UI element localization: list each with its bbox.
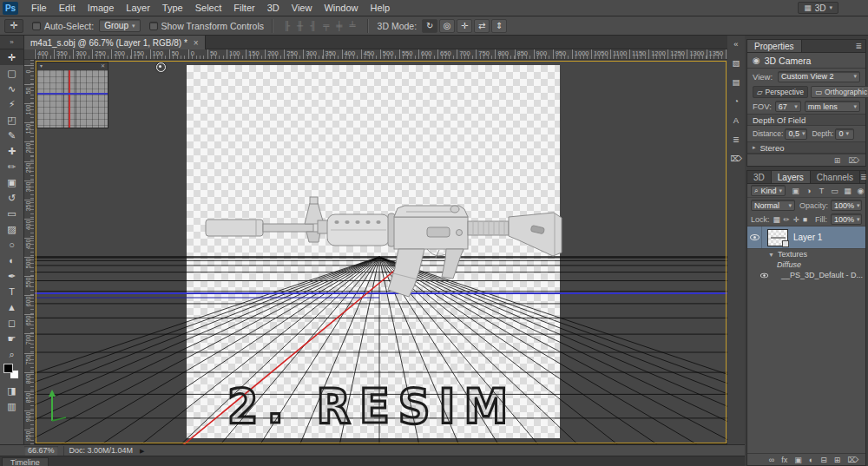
orthographic-button[interactable]: ▭ Orthographic xyxy=(811,86,868,98)
hand-tool[interactable]: ☛ xyxy=(0,331,23,346)
panel-menu-icon[interactable]: ≣ xyxy=(855,42,862,50)
gradient-tool[interactable]: ▨ xyxy=(0,221,23,237)
3d-axis-widget[interactable] xyxy=(45,388,71,426)
expand-panels-icon[interactable]: « xyxy=(729,38,743,49)
current-tool-icon[interactable]: ✛ xyxy=(4,19,23,33)
secondary-view-content[interactable] xyxy=(37,70,108,128)
tab-channels[interactable]: Channels xyxy=(811,171,860,183)
menu-item-edit[interactable]: Edit xyxy=(53,3,82,13)
menu-item-layer[interactable]: Layer xyxy=(120,3,156,13)
depth-field[interactable]: 0 ▾ xyxy=(835,128,854,140)
filtering-toggle-icon[interactable]: ◉ xyxy=(855,187,866,195)
screen-mode-button[interactable]: ▥ xyxy=(0,398,23,414)
filter-pixel-layers-icon[interactable]: ▣ xyxy=(790,187,801,195)
adjustment-layer-icon[interactable]: ◐ xyxy=(809,456,813,464)
align-left-icon[interactable]: ╟ xyxy=(280,21,293,30)
lock-position-icon[interactable]: ✛ xyxy=(793,215,799,224)
delete-layer-icon[interactable]: ⌦ xyxy=(847,456,858,464)
tab-layers[interactable]: Layers xyxy=(772,171,811,183)
lock-all-icon[interactable]: ■ xyxy=(803,215,807,224)
filter-smart-objects-icon[interactable]: ▦ xyxy=(842,187,853,195)
clone-stamp-tool[interactable]: ▣ xyxy=(0,174,23,190)
stereo-section[interactable]: ▸ Stereo xyxy=(747,141,865,154)
status-options-arrow-icon[interactable]: ▶ xyxy=(140,446,144,456)
brush-tool[interactable]: ✏ xyxy=(0,159,23,174)
lock-pixels-icon[interactable]: ✏ xyxy=(784,215,790,224)
blur-tool[interactable]: ○ xyxy=(0,237,23,253)
menu-item-image[interactable]: Image xyxy=(82,3,121,13)
fill-field[interactable]: 100% ▾ xyxy=(831,213,862,225)
filter-type-layers-icon[interactable]: T xyxy=(816,187,827,195)
zoom-level-field[interactable]: 66.67% xyxy=(24,446,58,456)
shape-tool[interactable]: ◻ xyxy=(0,315,23,331)
close-tab-icon[interactable]: × xyxy=(194,38,199,48)
fov-field[interactable]: 67 ▾ xyxy=(775,101,801,112)
menu-item-type[interactable]: Type xyxy=(156,3,189,13)
link-layers-icon[interactable]: ∞ xyxy=(769,456,774,464)
secondary-view-window[interactable]: ▾ ✕ xyxy=(36,62,108,128)
menu-item-view[interactable]: View xyxy=(286,3,319,13)
menu-item-select[interactable]: Select xyxy=(189,3,228,13)
workspace-switcher[interactable]: ▦ 3D ▾ xyxy=(798,2,838,14)
delete-icon[interactable]: ⌦ xyxy=(848,156,859,165)
lock-transparent-icon[interactable]: ▦ xyxy=(773,215,780,224)
quick-selection-tool[interactable]: ⚡ xyxy=(0,96,23,112)
crop-tool[interactable]: ◰ xyxy=(0,112,23,128)
paragraph-panel-icon[interactable]: ≣ xyxy=(729,134,743,145)
visibility-toggle[interactable] xyxy=(747,226,762,248)
align-right-icon[interactable]: ╢ xyxy=(306,21,319,30)
color-swatches[interactable] xyxy=(0,362,23,383)
align-bottom-icon[interactable]: ╧ xyxy=(345,21,358,30)
panel-menu-icon[interactable]: ≣ xyxy=(860,173,867,181)
roll-3d-icon[interactable]: ◎ xyxy=(439,19,455,33)
secondary-view-titlebar[interactable]: ▾ ✕ xyxy=(37,62,108,70)
properties-tab[interactable]: Properties xyxy=(747,40,802,52)
align-top-icon[interactable]: ╤ xyxy=(319,21,332,30)
new-layer-icon[interactable]: ⊞ xyxy=(834,456,841,464)
menu-item-window[interactable]: Window xyxy=(318,3,364,13)
auto-select-checkbox[interactable]: Auto-Select: xyxy=(32,21,94,31)
eye-icon[interactable] xyxy=(760,272,768,278)
close-icon[interactable]: ✕ xyxy=(101,62,105,70)
info-panel-icon[interactable]: ◔ xyxy=(729,95,743,107)
delete-panel-icon[interactable]: ⌦ xyxy=(729,153,743,164)
canvas-viewport[interactable]: 2. RESIM ▾ ✕ xyxy=(35,60,727,444)
collapse-tools-icon[interactable]: » xyxy=(0,36,23,49)
timeline-tab[interactable]: Timeline xyxy=(2,457,49,466)
distance-field[interactable]: 0,5 ▾ xyxy=(785,128,807,140)
align-middle-icon[interactable]: ╪ xyxy=(332,21,345,30)
blend-mode-dropdown[interactable]: Normal ▾ xyxy=(751,200,795,211)
lasso-tool[interactable]: ∿ xyxy=(0,81,23,96)
align-center-icon[interactable]: ╫ xyxy=(293,21,306,30)
pen-tool[interactable]: ✒ xyxy=(0,268,23,284)
perspective-button[interactable]: ▱ Perspective xyxy=(753,86,808,98)
character-panel-icon[interactable]: A xyxy=(729,115,743,126)
eyedropper-tool[interactable]: ✎ xyxy=(0,128,23,143)
quick-mask-button[interactable]: ◨ xyxy=(0,383,23,398)
orbit-3d-icon[interactable]: ↻ xyxy=(422,19,437,33)
lens-dropdown[interactable]: mm lens ▾ xyxy=(805,101,860,112)
menu-item-filter[interactable]: Filter xyxy=(227,3,260,13)
texture-group-row[interactable]: ▼Textures xyxy=(747,249,865,259)
disclosure-triangle-icon[interactable]: ▼ xyxy=(768,252,774,258)
foreground-color-swatch[interactable] xyxy=(3,364,13,373)
camera-pivot-icon[interactable] xyxy=(156,62,166,72)
histogram-panel-icon[interactable]: ▤ xyxy=(729,76,743,88)
layer-row[interactable]: Layer 1 xyxy=(747,226,865,249)
scale-3d-icon[interactable]: ⇕ xyxy=(491,19,507,33)
filter-shape-layers-icon[interactable]: ▭ xyxy=(829,187,840,195)
type-tool[interactable]: T xyxy=(0,284,23,299)
pan-3d-icon[interactable]: ✛ xyxy=(457,19,472,33)
eraser-tool[interactable]: ▭ xyxy=(0,206,23,221)
slide-3d-icon[interactable]: ⇄ xyxy=(474,19,490,33)
menu-item-help[interactable]: Help xyxy=(365,3,397,13)
document-tab[interactable]: m4a1_s.obj @ 66.7% (Layer 1, RGB/8) * × xyxy=(24,36,206,49)
layer-thumbnail[interactable] xyxy=(767,229,788,246)
history-brush-tool[interactable]: ↺ xyxy=(0,190,23,206)
layer-group-icon[interactable]: ⊟ xyxy=(820,456,827,464)
navigator-panel-icon[interactable]: ▧ xyxy=(729,57,743,69)
view-dropdown[interactable]: Custom View 2 ▾ xyxy=(778,71,860,82)
show-transform-checkbox[interactable]: Show Transform Controls xyxy=(149,21,264,31)
layer-mask-icon[interactable]: ▣ xyxy=(794,456,802,464)
layer-name[interactable]: Layer 1 xyxy=(793,233,822,242)
